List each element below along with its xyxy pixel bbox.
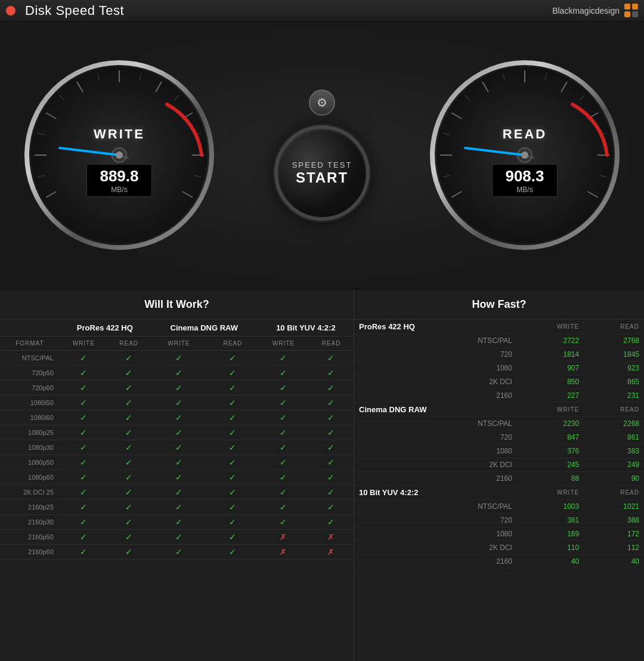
perf-data-row: NTSC/PAL22302268 (354, 417, 644, 431)
check-cell: ✓ (208, 425, 258, 440)
perf-read-header: READ (584, 486, 644, 500)
perf-read-value: 112 (584, 541, 644, 555)
check-cell: ✓ (108, 366, 150, 381)
check-cell: ✓ (258, 410, 309, 425)
check-mark: ✓ (280, 443, 287, 452)
check-mark: ✓ (125, 472, 132, 482)
how-fast-header: How Fast? (354, 290, 644, 320)
table-row: 2160p60✓✓✓✓✗✗ (0, 545, 354, 560)
read-value-box: 908.3 MB/s (492, 164, 558, 197)
close-button[interactable] (6, 6, 16, 16)
perf-write-value: 40 (517, 555, 584, 569)
check-mark: ✓ (280, 472, 287, 482)
perf-write-value: 110 (517, 541, 584, 555)
settings-button[interactable]: ⚙ (309, 89, 335, 116)
check-cell: ✓ (108, 410, 150, 425)
cross-mark: ✗ (280, 532, 287, 542)
check-mark: ✓ (229, 487, 236, 497)
svg-point-46 (521, 152, 528, 159)
table-row: 1080p60✓✓✓✓✓✓ (0, 470, 354, 485)
check-cell: ✓ (150, 485, 208, 500)
check-mark: ✓ (175, 532, 182, 542)
check-cell: ✓ (60, 425, 108, 440)
title-bar: Disk Speed Test Blackmagicdesign (0, 0, 644, 21)
check-cell: ✓ (150, 470, 208, 485)
table-header-row-2: FORMAT WRITE READ WRITE READ WRITE READ (0, 336, 354, 351)
perf-write-value: 850 (517, 375, 584, 389)
check-mark: ✓ (125, 398, 132, 407)
perf-read-value: 1845 (584, 348, 644, 362)
check-cell: ✓ (60, 351, 108, 366)
check-cell: ✓ (208, 485, 258, 500)
cross-mark: ✗ (280, 547, 287, 557)
check-mark: ✓ (175, 547, 182, 557)
check-cell: ✓ (60, 530, 108, 545)
check-mark: ✓ (280, 428, 287, 437)
gauge-section: WRITE 889.8 MB/s ⚙ SPEED TEST START (0, 21, 644, 290)
check-mark: ✓ (280, 458, 287, 467)
sub-write-2: WRITE (150, 336, 208, 351)
check-cell: ✓ (208, 515, 258, 530)
check-cell: ✓ (150, 351, 208, 366)
check-mark: ✓ (80, 383, 87, 393)
table-row: 1080i50✓✓✓✓✓✓ (0, 396, 354, 410)
check-mark: ✓ (125, 368, 132, 378)
check-cell: ✓ (60, 396, 108, 410)
check-mark: ✓ (229, 547, 236, 557)
check-cell: ✓ (108, 440, 150, 455)
svg-point-23 (116, 152, 123, 159)
will-it-work-header: Will It Work? (0, 290, 354, 320)
perf-read-value: 2268 (584, 417, 644, 431)
check-cell: ✓ (150, 440, 208, 455)
perf-data-row: 1080169172 (354, 527, 644, 541)
perf-read-value: 231 (584, 389, 644, 403)
perf-section-row: Cinema DNG RAWWRITEREAD (354, 403, 644, 417)
perf-section-row: 10 Bit YUV 4:2:2WRITEREAD (354, 486, 644, 500)
check-mark: ✓ (175, 353, 182, 363)
check-mark: ✓ (327, 428, 335, 437)
perf-write-value: 227 (517, 389, 584, 403)
format-sub-header: FORMAT (0, 336, 60, 351)
sub-read-1: READ (108, 336, 150, 351)
check-cell: ✓ (309, 500, 354, 515)
perf-data-row: 1080376383 (354, 444, 644, 458)
perf-label: 1080 (354, 527, 517, 541)
read-label: READ (503, 126, 547, 142)
check-cell: ✓ (258, 455, 309, 470)
check-cell: ✓ (309, 410, 354, 425)
perf-data-row: 720381388 (354, 514, 644, 527)
perf-section-name: 10 Bit YUV 4:2:2 (354, 486, 517, 500)
perf-label: 2K DCI (354, 458, 517, 472)
gauge-container: WRITE 889.8 MB/s ⚙ SPEED TEST START (0, 60, 644, 251)
check-mark: ✓ (175, 383, 182, 393)
check-mark: ✓ (280, 413, 287, 422)
perf-section-name: Cinema DNG RAW (354, 403, 517, 417)
check-cell: ✓ (309, 366, 354, 381)
check-cell: ✓ (60, 440, 108, 455)
check-cell: ✓ (208, 500, 258, 515)
check-mark: ✓ (280, 398, 287, 407)
check-mark: ✓ (327, 502, 335, 512)
brand-dot-2 (632, 4, 638, 10)
check-cell: ✓ (258, 425, 309, 440)
perf-data-row: 21604040 (354, 555, 644, 569)
table-row: 1080p30✓✓✓✓✓✓ (0, 440, 354, 455)
brand-dot-4 (632, 11, 638, 17)
check-mark: ✓ (327, 458, 335, 467)
write-value-box: 889.8 MB/s (86, 164, 152, 197)
check-mark: ✓ (229, 443, 236, 452)
check-mark: ✓ (125, 428, 132, 437)
check-mark: ✓ (327, 517, 335, 527)
perf-read-value: 388 (584, 514, 644, 527)
perf-data-row: 2K DCI245249 (354, 458, 644, 472)
check-cell: ✓ (150, 366, 208, 381)
sub-read-2: READ (208, 336, 258, 351)
format-cell: 1080p30 (0, 440, 60, 455)
check-mark: ✓ (175, 368, 182, 378)
how-fast-panel: How Fast? ProRes 422 HQWRITEREADNTSC/PAL… (354, 290, 644, 661)
start-button[interactable]: SPEED TEST START (274, 125, 370, 221)
perf-read-value: 923 (584, 362, 644, 375)
check-mark: ✓ (175, 487, 182, 497)
yuv-header: 10 Bit YUV 4:2:2 (258, 320, 354, 336)
check-mark: ✓ (125, 532, 132, 542)
